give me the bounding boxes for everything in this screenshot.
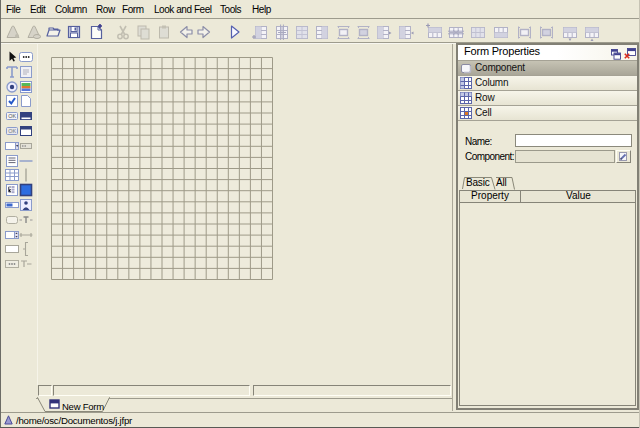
svg-text:OK: OK <box>8 113 16 119</box>
svg-text:OK: OK <box>8 128 16 134</box>
